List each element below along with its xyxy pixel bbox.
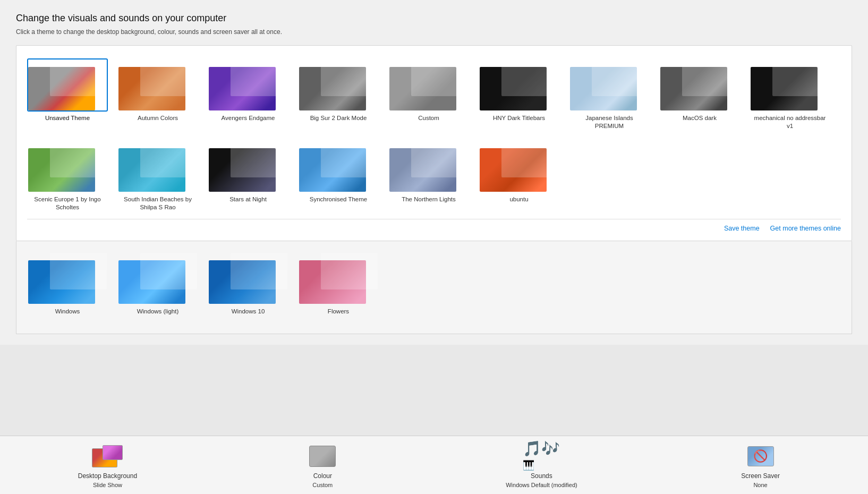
theme-label-custom: Custom — [418, 114, 439, 122]
main-content: Change the visuals and sounds on your co… — [0, 0, 868, 345]
theme-label-ubuntu: ubuntu — [509, 195, 528, 203]
theme-item-bigSur[interactable]: Big Sur 2 Dark Mode — [298, 56, 379, 132]
theme-label-windows: Windows — [55, 308, 80, 316]
theme-item-southIndian[interactable]: South Indian Beaches by Shilpa S Rao — [117, 138, 198, 214]
desktop-bg-label: Desktop BackgroundSlide Show — [78, 472, 137, 490]
page-title: Change the visuals and sounds on your co… — [16, 13, 852, 24]
default-themes-grid: WindowsWindows (light)Windows 10Flowers — [27, 250, 841, 318]
theme-label-bigSur: Big Sur 2 Dark Mode — [310, 114, 367, 122]
theme-item-windows[interactable]: Windows — [27, 250, 108, 318]
bottom-item-screensaver[interactable]: 🚫 Screen SaverNone — [729, 443, 793, 490]
theme-item-stars[interactable]: Stars at Night — [208, 138, 288, 214]
theme-item-custom[interactable]: Custom — [388, 56, 469, 132]
theme-label-windowsLight: Windows (light) — [137, 308, 179, 316]
bottom-bar: Desktop BackgroundSlide Show ColourCusto… — [0, 436, 868, 494]
theme-label-scenic: Scenic Europe 1 by Ingo Scholtes — [29, 195, 106, 211]
theme-label-stars: Stars at Night — [229, 195, 267, 203]
theme-label-avengers: Avengers Endgame — [222, 114, 275, 122]
theme-item-autumn[interactable]: Autumn Colors — [117, 56, 198, 132]
themes-container: Unsaved ThemeAutumn ColorsAvengers Endga… — [16, 45, 852, 241]
theme-item-synced[interactable]: Synchronised Theme — [298, 138, 379, 214]
theme-label-synced: Synchronised Theme — [310, 195, 367, 203]
bottom-item-desktop-bg[interactable]: Desktop BackgroundSlide Show — [75, 443, 139, 490]
theme-label-windows10: Windows 10 — [232, 308, 265, 316]
theme-item-ubuntu[interactable]: ubuntu — [479, 138, 559, 214]
themes-footer: Save theme Get more themes online — [27, 219, 841, 232]
theme-label-northern: The Northern Lights — [402, 195, 456, 203]
theme-label-autumn: Autumn Colors — [138, 114, 178, 122]
theme-item-japanese[interactable]: Japanese Islands PREMIUM — [569, 56, 650, 132]
desktop-bg-icon — [90, 443, 124, 470]
default-themes-section: WindowsWindows (light)Windows 10Flowers — [16, 241, 852, 334]
bottom-item-colour[interactable]: ColourCustom — [291, 443, 354, 490]
sounds-label: SoundsWindows Default (modified) — [506, 472, 577, 490]
theme-label-macos: MacOS dark — [683, 114, 717, 122]
theme-label-unsaved: Unsaved Theme — [45, 114, 90, 122]
theme-item-unsaved[interactable]: Unsaved Theme — [27, 56, 108, 132]
theme-label-flowers: Flowers — [328, 308, 349, 316]
theme-item-windowsLight[interactable]: Windows (light) — [117, 250, 198, 318]
theme-label-mechanical: mechanical no addressbar v1 — [752, 114, 828, 130]
screensaver-label: Screen SaverNone — [741, 472, 780, 490]
theme-item-macos[interactable]: MacOS dark — [659, 56, 740, 132]
colour-icon — [305, 443, 339, 470]
theme-item-northern[interactable]: The Northern Lights — [388, 138, 469, 214]
theme-item-scenic[interactable]: Scenic Europe 1 by Ingo Scholtes — [27, 138, 108, 214]
get-more-themes-link[interactable]: Get more themes online — [770, 225, 841, 232]
sounds-icon: 🎵🎶🎹 — [524, 443, 558, 470]
theme-label-southIndian: South Indian Beaches by Shilpa S Rao — [120, 195, 196, 211]
theme-item-hny[interactable]: HNY Dark Titlebars — [479, 56, 559, 132]
theme-item-mechanical[interactable]: mechanical no addressbar v1 — [750, 56, 830, 132]
colour-label: ColourCustom — [312, 472, 333, 490]
theme-label-japanese: Japanese Islands PREMIUM — [571, 114, 648, 130]
save-theme-link[interactable]: Save theme — [724, 225, 760, 232]
theme-item-avengers[interactable]: Avengers Endgame — [208, 56, 288, 132]
theme-item-windows10[interactable]: Windows 10 — [208, 250, 288, 318]
screensaver-icon: 🚫 — [744, 443, 778, 470]
page-subtitle: Click a theme to change the desktop back… — [16, 28, 852, 36]
theme-label-hny: HNY Dark Titlebars — [493, 114, 545, 122]
theme-item-flowers[interactable]: Flowers — [298, 250, 379, 318]
themes-grid: Unsaved ThemeAutumn ColorsAvengers Endga… — [27, 56, 841, 214]
bottom-item-sounds[interactable]: 🎵🎶🎹 SoundsWindows Default (modified) — [506, 443, 577, 490]
